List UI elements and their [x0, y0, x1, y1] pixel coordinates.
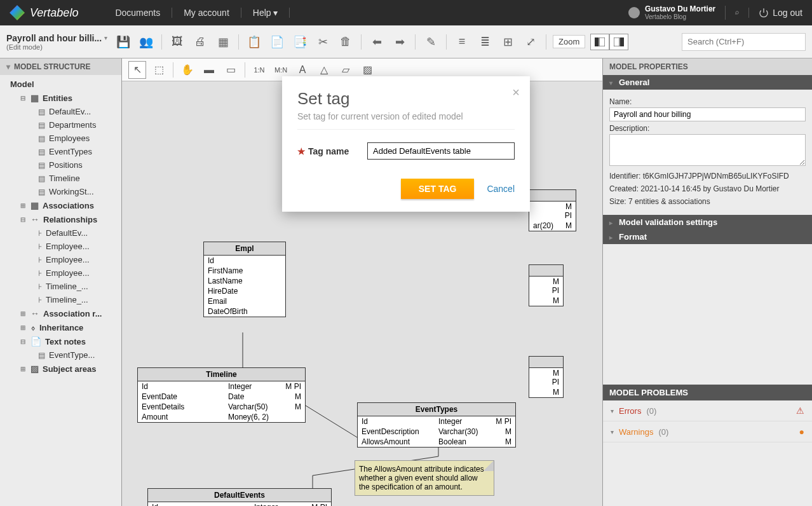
modal-title: Set tag [297, 89, 515, 109]
cancel-button[interactable]: Cancel [487, 184, 515, 194]
modal-close-icon[interactable]: × [512, 85, 520, 100]
set-tag-modal: × Set tag Set tag for current version of… [282, 76, 530, 212]
modal-subtitle: Set tag for current version of edited mo… [297, 111, 515, 130]
tag-name-label: ★ Tag name [297, 146, 355, 156]
set-tag-button[interactable]: SET TAG [401, 179, 475, 199]
modal-overlay: × Set tag Set tag for current version of… [0, 0, 812, 506]
tag-name-input[interactable] [367, 142, 515, 160]
